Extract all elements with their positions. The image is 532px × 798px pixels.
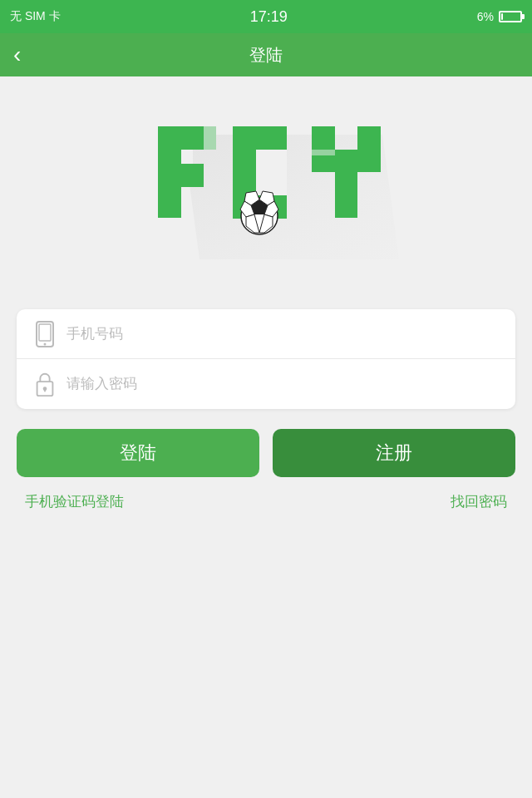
password-row — [17, 359, 515, 409]
svg-rect-27 — [39, 324, 51, 341]
svg-rect-4 — [181, 150, 193, 164]
login-button[interactable]: 登陆 — [17, 429, 259, 477]
phone-icon — [30, 321, 60, 347]
register-button[interactable]: 注册 — [273, 429, 515, 477]
phone-login-link[interactable]: 手机验证码登陆 — [25, 492, 124, 511]
svg-rect-14 — [312, 126, 335, 150]
login-form — [17, 309, 515, 409]
lock-icon — [30, 371, 60, 397]
nav-bar: ‹ 登陆 — [0, 33, 532, 76]
status-time: 17:19 — [250, 8, 288, 26]
phone-row — [17, 309, 515, 359]
nav-title: 登陆 — [249, 44, 283, 66]
logo-area — [0, 76, 532, 309]
battery-icon — [499, 11, 522, 22]
link-row: 手机验证码登陆 找回密码 — [25, 492, 507, 528]
status-bar: 无 SIM 卡 17:19 6% — [0, 0, 532, 33]
back-button[interactable]: ‹ — [13, 43, 21, 66]
sim-status: 无 SIM 卡 — [10, 9, 61, 24]
content: 登陆 注册 手机验证码登陆 找回密码 — [0, 76, 532, 528]
svg-rect-10 — [256, 126, 287, 150]
svg-rect-15 — [335, 150, 357, 173]
battery-percent: 6% — [477, 10, 494, 23]
phone-input[interactable] — [60, 326, 502, 342]
button-row: 登陆 注册 — [17, 429, 515, 477]
svg-rect-3 — [158, 164, 204, 187]
svg-rect-9 — [256, 150, 287, 195]
svg-point-28 — [44, 342, 47, 345]
logo-image — [133, 110, 399, 276]
svg-rect-31 — [44, 389, 46, 392]
status-right: 6% — [477, 10, 522, 23]
forgot-password-link[interactable]: 找回密码 — [451, 492, 507, 511]
svg-rect-17 — [312, 150, 335, 155]
svg-rect-16 — [357, 126, 381, 150]
password-input[interactable] — [60, 376, 502, 392]
svg-rect-5 — [204, 126, 216, 150]
